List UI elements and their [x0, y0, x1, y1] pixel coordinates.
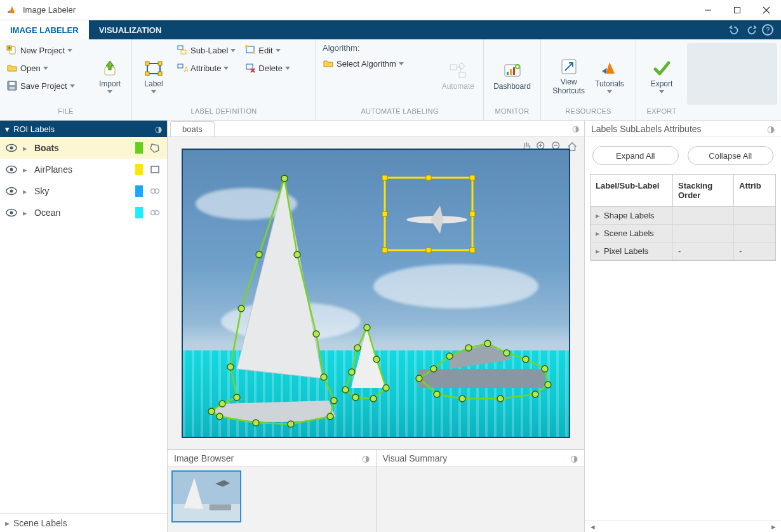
visibility-eye-icon[interactable] [5, 165, 18, 174]
maximize-button[interactable] [723, 0, 752, 20]
visibility-eye-icon[interactable] [5, 208, 18, 217]
export-label: Export [651, 80, 673, 88]
chevron-right-icon: ▸ [23, 187, 29, 196]
svg-point-81 [313, 331, 319, 337]
svg-point-101 [354, 345, 361, 351]
automate-button: Automate [437, 42, 479, 107]
svg-point-86 [253, 420, 259, 426]
redo-icon[interactable] [745, 25, 757, 35]
delete-button[interactable]: Delete [242, 60, 293, 76]
attributes-header[interactable]: Labels SubLabels Attributes ◑ [585, 121, 781, 137]
svg-rect-22 [178, 64, 183, 68]
scene-labels-header[interactable]: ▸ Scene Labels [0, 513, 167, 532]
shortcuts-button[interactable]: View Shortcuts [547, 42, 590, 107]
label-button[interactable]: Label [136, 42, 171, 107]
collapse-all-button[interactable]: Collapse All [688, 146, 774, 165]
scene-labels-title: Scene Labels [13, 518, 67, 528]
table-row[interactable]: ▸Shape Labels [591, 207, 775, 225]
scroll-left-icon[interactable]: ◂ [587, 522, 597, 531]
roi-item-airplanes[interactable]: ▸AirPlanes [0, 159, 167, 180]
label-overlays[interactable] [183, 150, 570, 438]
svg-rect-11 [10, 82, 15, 85]
visual-summary-header[interactable]: Visual Summary ◑ [377, 450, 585, 467]
svg-rect-31 [459, 72, 465, 77]
svg-point-46 [10, 190, 13, 193]
sublabel-label: Sub-Label [190, 46, 228, 55]
svg-point-99 [342, 387, 349, 393]
svg-marker-78 [419, 343, 548, 399]
cell-order [673, 207, 734, 224]
visibility-eye-icon[interactable] [5, 143, 18, 152]
sublabel-button[interactable]: Sub-Label [174, 42, 238, 58]
svg-point-80 [294, 251, 300, 258]
svg-point-93 [256, 251, 262, 258]
export-button[interactable]: Export [644, 42, 679, 107]
thumbnail[interactable] [171, 470, 241, 522]
new-project-button[interactable]: New Project [4, 42, 92, 58]
help-icon[interactable]: ? [762, 24, 773, 36]
chevron-right-icon: ▸ [5, 518, 10, 528]
tab-options-icon[interactable]: ◑ [572, 124, 579, 133]
minimize-button[interactable] [693, 0, 723, 20]
visual-summary-body [377, 467, 585, 532]
dashboard-button[interactable]: Dashboard [488, 42, 536, 107]
image-tab[interactable]: boats [170, 121, 215, 136]
automate-label: Automate [442, 83, 474, 91]
tutorials-button[interactable]: Tutorials [590, 42, 629, 107]
svg-marker-77 [345, 328, 386, 399]
panel-options-icon[interactable]: ◑ [767, 124, 775, 134]
attribute-button[interactable]: A Attribute [174, 60, 238, 76]
svg-rect-69 [426, 175, 431, 180]
expand-all-label: Expand All [616, 151, 655, 161]
roi-item-sky[interactable]: ▸Sky [0, 180, 167, 202]
panel-options-icon[interactable]: ◑ [570, 453, 578, 463]
svg-point-97 [370, 396, 377, 402]
right-scrollbar[interactable]: ◂ ▸ [585, 521, 781, 532]
open-button[interactable]: Open [4, 60, 92, 76]
image-browser-title: Image Browser [174, 453, 234, 463]
plus-file-icon [6, 44, 18, 56]
dropdown-caret-icon [607, 90, 612, 93]
edit-button[interactable]: Edit [242, 42, 293, 58]
svg-point-79 [281, 175, 288, 182]
dropdown-caret-icon [399, 62, 404, 65]
dropdown-caret-icon [230, 49, 236, 52]
visual-summary-title: Visual Summary [383, 453, 448, 463]
table-row[interactable]: ▸Scene Labels [591, 225, 775, 243]
svg-point-106 [484, 340, 491, 347]
image-browser-header[interactable]: Image Browser ◑ [168, 450, 376, 467]
visibility-eye-icon[interactable] [5, 187, 18, 196]
ribbon-caption-file: FILE [0, 107, 131, 120]
canvas-area[interactable] [168, 137, 584, 449]
roi-item-ocean[interactable]: ▸Ocean [0, 202, 167, 223]
svg-rect-16 [145, 62, 149, 65]
panel-collapse-icon[interactable]: ◑ [155, 124, 162, 134]
select-algorithm-label: Select Algorithm [337, 59, 396, 69]
select-algorithm-button[interactable]: Select Algorithm [320, 55, 437, 72]
undo-icon[interactable] [729, 25, 740, 35]
airplane-rect-handles[interactable] [382, 175, 475, 253]
table-row[interactable]: ▸Pixel Labels-- [591, 243, 775, 260]
panel-options-icon[interactable]: ◑ [362, 453, 370, 463]
close-button[interactable] [752, 0, 781, 20]
tab-visualization[interactable]: VISUALIZATION [89, 20, 172, 39]
svg-rect-21 [181, 50, 186, 54]
window-title: Image Labeler [23, 5, 693, 15]
dropdown-caret-icon [285, 67, 290, 70]
roi-item-label: Sky [34, 186, 130, 196]
import-button[interactable]: Import [92, 42, 128, 107]
svg-marker-115 [184, 478, 203, 509]
save-project-button[interactable]: Save Project [4, 77, 92, 94]
roi-item-boats[interactable]: ▸Boats [0, 137, 167, 159]
scroll-right-icon[interactable]: ▸ [768, 522, 778, 531]
ribbon-scrollbar[interactable] [687, 43, 777, 105]
check-icon [651, 58, 672, 79]
cell-order [673, 225, 734, 242]
svg-point-104 [446, 353, 453, 359]
image-browser-thumbs[interactable] [168, 467, 376, 532]
roi-labels-header[interactable]: ▾ ROI Labels ◑ [0, 121, 167, 137]
ribbon-caption-export: EXPORT [636, 107, 687, 120]
image-canvas[interactable] [182, 149, 570, 438]
tab-image-labeler[interactable]: IMAGE LABELER [0, 20, 89, 39]
expand-all-button[interactable]: Expand All [592, 146, 679, 165]
